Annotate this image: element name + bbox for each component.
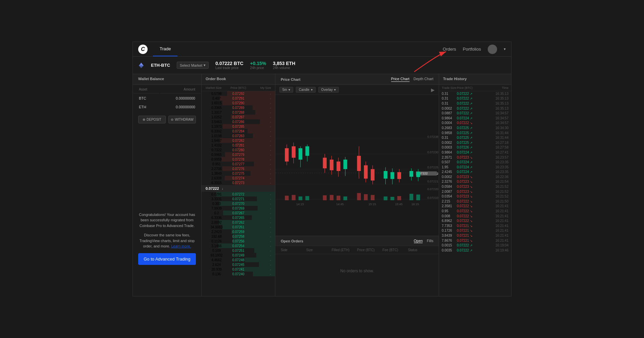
ob-sell-row[interactable]: 1.3849 0.07275 - (202, 171, 275, 176)
ob-buy-row[interactable]: 0.0291 0.07272 - (202, 192, 275, 196)
ob-separator: 0.07222 ↓ (202, 185, 275, 192)
ob-buy-row[interactable]: 6.3336 0.07265 - (202, 215, 275, 220)
chart-controls: 5m ▾ Candle ▾ Overlay ▾ ▶ (275, 85, 439, 95)
svg-text:16:15: 16:15 (411, 203, 419, 206)
ob-sell-row[interactable]: 1.4102 0.07281 - (202, 143, 275, 148)
oo-col-status: Status (408, 248, 433, 252)
th-row: 0.31 0.07222 ↗ 16:35:13 (439, 96, 511, 101)
svg-rect-58 (292, 195, 296, 200)
svg-rect-27 (305, 146, 309, 156)
ob-sell-row[interactable]: 0.951 0.07277 - (202, 162, 275, 166)
svg-rect-66 (364, 194, 368, 200)
ob-buy-row[interactable]: 20.939 0.07241 - (202, 267, 275, 272)
ob-buy-row[interactable]: 4.4662 0.07248 - (202, 258, 275, 262)
th-row: 0.0002 0.07222 ↗ 16:35:13 (439, 106, 511, 111)
th-row: 0.0354 0.07223 ↘ 16:21:52 (439, 194, 511, 199)
migration-notice: Congratulations! Your account has been s… (133, 207, 201, 296)
th-row: 2.4245 0.07224 ↗ 16:23:35 (439, 170, 511, 175)
ob-sell-row[interactable]: 1.0252 0.07287 - (202, 115, 275, 119)
chart-canvas: 0.07238 0.07230 0.07225 0.07222 0.07221 … (275, 95, 439, 236)
svg-rect-32 (330, 160, 333, 170)
main-content: Asset Amount BTC 0.00000000 ETH 0.000000… (133, 85, 511, 296)
svg-rect-60 (305, 196, 309, 200)
nav-orders-link[interactable]: Orders (443, 47, 456, 52)
ob-sell-rows: 0.5798 0.07292 - 0.407 0.07291 - 1.6015 … (202, 91, 275, 185)
learn-more-link[interactable]: Learn more. (171, 244, 191, 248)
ob-sell-row[interactable]: 6.3392 0.07284 - (202, 129, 275, 133)
candle-selector-btn[interactable]: Candle ▾ (296, 87, 316, 93)
ob-sell-row[interactable]: 1.3317 0.07288 - (202, 110, 275, 115)
overlay-selector-btn[interactable]: Overlay ▾ (318, 87, 339, 93)
tab-price-chart[interactable]: Price Chart (391, 77, 410, 82)
nav-tab-trade[interactable]: Trade (153, 42, 177, 56)
goto-advanced-trading-button[interactable]: Go to Advanced Trading (138, 253, 196, 265)
ob-sell-row[interactable]: 2.2706 0.07276 - (202, 166, 275, 171)
ob-sell-row[interactable]: 1.0198 0.07283 - (202, 133, 275, 138)
svg-rect-65 (357, 193, 361, 201)
ob-sell-row[interactable]: 1.6015 0.07290 - (202, 101, 275, 105)
svg-rect-59 (299, 196, 302, 200)
th-row: 0.008 0.07222 ↘ 16:21:41 (439, 214, 511, 219)
ob-buy-row[interactable]: 7.9939 0.07269 - (202, 206, 275, 211)
svg-rect-62 (330, 195, 333, 200)
oo-col-fee: Fee (BTC) (382, 248, 408, 252)
th-row: 0.1726 0.07221 ↘ 16:21:41 (439, 228, 511, 233)
ob-buy-row[interactable]: 34.9083 0.07261 - (202, 225, 275, 229)
svg-rect-53 (410, 171, 413, 177)
wallet-table: Asset Amount BTC 0.00000000 ETH 0.000000… (133, 85, 201, 112)
logo-area[interactable]: C (133, 45, 153, 54)
oo-tab-open[interactable]: Open (414, 239, 423, 243)
market-header: ETH-BTC Select Market ▾ 0.07222 BTC Last… (133, 57, 511, 74)
ob-buy-row[interactable]: 0.109 0.07251 - (202, 248, 275, 253)
ob-buy-row[interactable]: 0.1126 0.07256 - (202, 239, 275, 243)
withdraw-button[interactable]: ⊖ WITHDRAW (168, 116, 196, 123)
nav-portfolios-link[interactable]: Portfolios (463, 47, 481, 52)
ob-sell-row[interactable]: 3.5463 0.07286 - (202, 119, 275, 124)
user-avatar[interactable] (488, 45, 497, 54)
coinbase-logo: C (138, 45, 148, 54)
top-nav: C Trade Orders Portfolios ▾ (133, 42, 511, 57)
ob-sell-row[interactable]: 2.6308 0.07274 - (202, 176, 275, 180)
ob-sell-row[interactable]: 0.5798 0.07292 - (202, 91, 275, 96)
ob-buy-row[interactable]: 2.0092 0.07262 - (202, 220, 275, 225)
oo-col-size: Size (306, 248, 332, 252)
oo-tab-filled[interactable]: Fills (427, 239, 433, 243)
ob-sell-row[interactable]: 1.1973 0.07285 - (202, 124, 275, 129)
wallet-row-btc: BTC 0.00000000 (133, 94, 201, 102)
ob-sell-row[interactable]: 6.3315 0.07273 - (202, 180, 275, 185)
migration-text-2: Discover the same low fees, TradingView … (138, 232, 196, 249)
ob-sell-row[interactable]: 0.9965 0.07279 - (202, 152, 275, 157)
th-row: 0.507 0.07224 ↗ 16:23:35 (439, 160, 511, 165)
ob-buy-row[interactable]: 0.2 0.07267 - (202, 211, 275, 215)
tab-depth-chart[interactable]: Depth Chart (414, 77, 433, 82)
ob-buy-row[interactable]: 2.624 0.07245 - (202, 262, 275, 267)
deposit-button[interactable]: ⊕ DEPOSIT (138, 116, 166, 123)
volume-stat: 3,853 ETH 24h volume (273, 61, 295, 70)
th-row: 0.95 0.07222 ↘ 16:21:41 (439, 209, 511, 214)
svg-rect-71 (410, 194, 413, 200)
chart-expand-btn[interactable]: ▶ (431, 87, 435, 93)
ob-buy-row[interactable]: 93.1932 0.07249 - (202, 253, 275, 258)
svg-rect-25 (299, 148, 302, 160)
oo-empty-msg: No orders to show. (275, 254, 439, 288)
ob-sell-row[interactable]: 0.407 0.07291 - (202, 96, 275, 101)
ob-sell-row[interactable]: 1.5467 0.07282 - (202, 138, 275, 143)
ob-buy-row[interactable]: 0.136 0.07240 - (202, 272, 275, 276)
ob-sell-row[interactable]: 0.9959 0.07278 - (202, 157, 275, 162)
th-row: 7.7353 0.07221 ↘ 16:21:41 (439, 223, 511, 228)
th-rows: 0.31 0.07222 ↗ 16:35:13 0.31 0.07222 ↗ 1… (439, 91, 511, 296)
th-row: 0.2683 0.07225 ↗ 16:34:30 (439, 125, 511, 130)
select-market-btn[interactable]: Select Market ▾ (177, 62, 209, 69)
ob-sell-row[interactable]: 0.3365 0.07289 - (202, 105, 275, 110)
ob-buy-row[interactable]: 3.3331 0.07271 - (202, 196, 275, 201)
time-selector-btn[interactable]: 5m ▾ (279, 87, 293, 93)
ob-buy-row[interactable]: 192.68 0.07258 - (202, 234, 275, 239)
th-row: 0.9858 0.07225 ↗ 16:31:44 (439, 130, 511, 135)
ob-buy-row[interactable]: 2.2423 0.07259 - (202, 229, 275, 234)
th-row: 1.95 0.07224 ↗ 16:23:35 (439, 165, 511, 170)
ob-sell-row[interactable]: 0.7322 0.07280 - (202, 148, 275, 152)
ob-buy-row[interactable]: 3.1466 0.07254 - (202, 243, 275, 248)
ob-buy-row[interactable]: 0.303 0.07270 - (202, 201, 275, 206)
nav-chevron-icon[interactable]: ▾ (504, 47, 506, 51)
svg-text:0.07238: 0.07238 (427, 135, 438, 138)
